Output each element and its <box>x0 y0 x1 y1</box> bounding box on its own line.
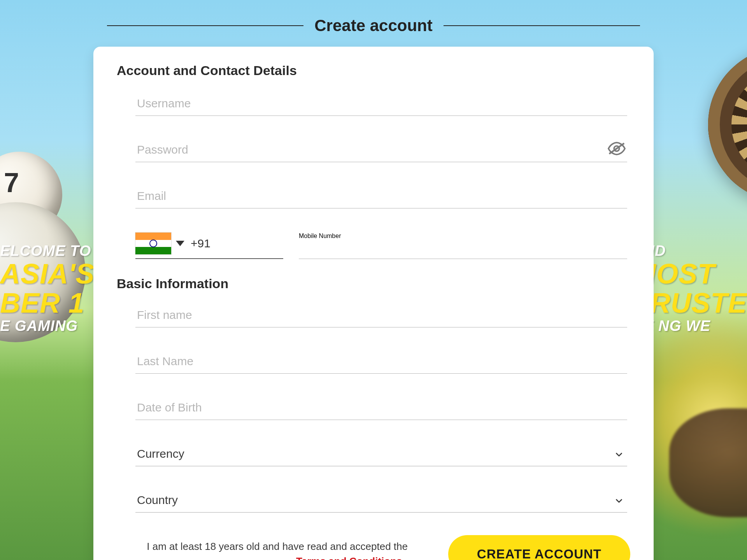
phone-row: +91 Mobile Number <box>135 233 627 259</box>
promo-left-line3: BER 1 <box>0 289 95 318</box>
page-title-row: Create account <box>107 16 640 35</box>
agreement-before: I am at least 18 years old and have read… <box>147 541 408 552</box>
country-code-select[interactable]: +91 <box>135 233 283 259</box>
mobile-field[interactable]: Mobile Number <box>299 233 627 259</box>
agreement-text: I am at least 18 years old and have read… <box>135 539 408 560</box>
page-title: Create account <box>303 16 443 35</box>
eye-off-icon[interactable] <box>608 142 626 156</box>
currency-value: Currency <box>135 444 627 466</box>
country-value: Country <box>135 490 627 512</box>
mobile-input[interactable]: Mobile Number <box>299 233 627 245</box>
terms-link[interactable]: Terms and Conditions <box>296 555 405 560</box>
username-input[interactable]: Username <box>135 94 627 116</box>
create-account-button[interactable]: CREATE ACCOUNT <box>448 535 630 560</box>
lastname-input[interactable]: Last Name <box>135 352 627 373</box>
username-field[interactable]: Username <box>135 94 627 116</box>
section-account-title: Account and Contact Details <box>117 63 630 78</box>
password-input[interactable]: Password <box>135 140 627 162</box>
lastname-field[interactable]: Last Name <box>135 352 627 374</box>
currency-select[interactable]: Currency <box>135 444 627 466</box>
lottery-ball-7 <box>0 152 62 237</box>
promo-text-left: ELCOME TO ASIA'S BER 1 E GAMING <box>0 243 95 334</box>
agreement-after: . <box>405 555 408 560</box>
email-input[interactable]: Email <box>135 186 627 208</box>
chevron-down-icon <box>615 450 623 459</box>
promo-left-line2: ASIA'S <box>0 259 95 289</box>
roulette-wheel <box>708 47 747 202</box>
footer-row: I am at least 18 years old and have read… <box>117 535 630 560</box>
signup-card: Account and Contact Details Username Pas… <box>93 47 654 560</box>
section-basic-title: Basic Information <box>117 276 630 291</box>
dob-input[interactable]: Date of Birth <box>135 398 627 420</box>
promo-left-line1: ELCOME TO <box>0 243 95 259</box>
firstname-input[interactable]: First name <box>135 305 627 327</box>
dropdown-triangle-icon <box>176 241 184 246</box>
chevron-down-icon <box>615 497 623 505</box>
email-field[interactable]: Email <box>135 186 627 208</box>
promo-left-line4: E GAMING <box>0 318 95 334</box>
title-divider-right <box>444 25 640 26</box>
dob-field[interactable]: Date of Birth <box>135 398 627 420</box>
password-field[interactable]: Password <box>135 140 627 162</box>
country-select[interactable]: Country <box>135 490 627 513</box>
firstname-field[interactable]: First name <box>135 305 627 327</box>
horse-silhouette <box>669 408 747 517</box>
india-flag-icon <box>135 233 171 254</box>
dial-code: +91 <box>190 237 210 250</box>
title-divider-left <box>107 25 303 26</box>
